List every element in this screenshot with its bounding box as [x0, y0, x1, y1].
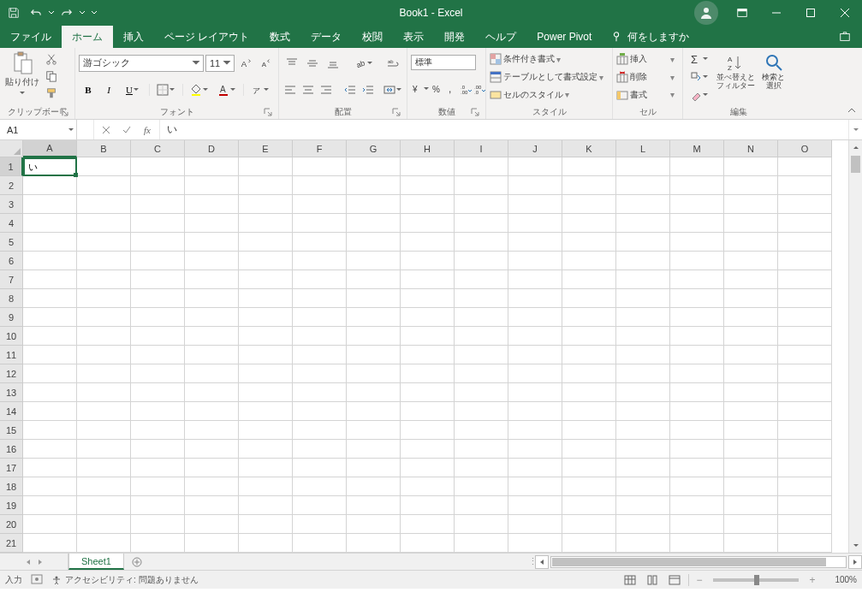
cell[interactable] [508, 383, 562, 402]
cell[interactable] [724, 195, 778, 214]
cell[interactable] [724, 346, 778, 364]
cell[interactable] [455, 496, 508, 515]
cell[interactable] [616, 534, 670, 553]
zoom-slider[interactable] [713, 578, 799, 582]
cell[interactable] [185, 364, 239, 383]
cell[interactable] [724, 214, 778, 233]
merge-button[interactable] [382, 80, 404, 99]
decrease-decimal-button[interactable]: .00.0 [474, 80, 486, 98]
cell[interactable] [185, 346, 239, 364]
cell[interactable] [239, 364, 293, 383]
fill-button[interactable] [687, 69, 712, 86]
cell[interactable] [778, 402, 832, 421]
font-launcher[interactable] [263, 108, 273, 118]
cell[interactable] [670, 440, 724, 459]
name-box[interactable]: A1 [0, 120, 77, 139]
cell[interactable] [77, 289, 131, 308]
row-header-3[interactable]: 3 [0, 195, 23, 214]
cell[interactable] [185, 214, 239, 233]
cell[interactable] [401, 289, 455, 308]
cell[interactable] [455, 270, 508, 289]
align-right-button[interactable] [318, 80, 335, 99]
cell[interactable] [185, 515, 239, 534]
cell[interactable] [401, 157, 455, 176]
cell[interactable] [724, 515, 778, 534]
cell[interactable] [616, 252, 670, 270]
cell[interactable] [455, 515, 508, 534]
cell[interactable] [401, 496, 455, 515]
cell[interactable] [508, 515, 562, 534]
cell[interactable] [562, 402, 616, 421]
cell[interactable] [347, 477, 401, 496]
comma-button[interactable]: , [445, 80, 457, 98]
cell[interactable] [23, 440, 77, 459]
phonetic-button[interactable]: ア [247, 80, 273, 99]
row-header-6[interactable]: 6 [0, 252, 23, 270]
cell[interactable] [401, 176, 455, 195]
cell[interactable] [508, 252, 562, 270]
cell[interactable] [616, 289, 670, 308]
cell[interactable] [347, 346, 401, 364]
cell[interactable] [23, 252, 77, 270]
normal-view-button[interactable] [621, 573, 639, 587]
tab-formulas[interactable]: 数式 [259, 26, 300, 48]
tell-me-search[interactable]: 何をしますか [602, 26, 698, 48]
cell[interactable] [455, 308, 508, 327]
horizontal-scrollbar[interactable] [550, 556, 847, 568]
row-header-16[interactable]: 16 [0, 440, 23, 459]
cell[interactable] [23, 534, 77, 553]
cell[interactable] [239, 252, 293, 270]
bold-button[interactable]: B [79, 80, 98, 99]
cell[interactable] [401, 233, 455, 252]
number-format-combo[interactable]: 標準 [411, 55, 476, 70]
cell[interactable] [508, 289, 562, 308]
column-header-E[interactable]: E [239, 140, 293, 157]
cell[interactable] [131, 440, 185, 459]
cell[interactable] [778, 270, 832, 289]
cell[interactable] [185, 534, 239, 553]
cell[interactable] [455, 421, 508, 440]
copy-button[interactable] [43, 68, 60, 84]
orientation-button[interactable]: ab [351, 54, 377, 73]
share-button[interactable] [828, 26, 862, 48]
cell[interactable] [23, 233, 77, 252]
undo-dropdown[interactable] [48, 8, 55, 18]
cell[interactable] [185, 421, 239, 440]
cell[interactable] [562, 195, 616, 214]
cell[interactable] [508, 195, 562, 214]
column-header-A[interactable]: A [23, 140, 77, 157]
cell[interactable] [131, 515, 185, 534]
cell[interactable] [293, 195, 347, 214]
scroll-right-button[interactable] [848, 555, 862, 569]
cell[interactable] [562, 252, 616, 270]
cell[interactable] [347, 402, 401, 421]
cancel-edit-button[interactable] [98, 121, 115, 139]
cell[interactable] [239, 421, 293, 440]
cell[interactable] [401, 327, 455, 346]
split-handle[interactable]: ⋮ [528, 556, 535, 567]
cell[interactable] [185, 233, 239, 252]
formula-bar-input[interactable] [160, 120, 848, 139]
cell[interactable] [508, 327, 562, 346]
row-header-15[interactable]: 15 [0, 421, 23, 440]
cell[interactable] [293, 176, 347, 195]
cell[interactable] [77, 233, 131, 252]
cell[interactable] [508, 421, 562, 440]
align-left-button[interactable] [282, 80, 299, 99]
cell[interactable] [185, 195, 239, 214]
cell[interactable] [185, 477, 239, 496]
cell[interactable] [77, 214, 131, 233]
cell[interactable] [239, 195, 293, 214]
cell[interactable] [401, 515, 455, 534]
cell[interactable] [724, 176, 778, 195]
row-header-19[interactable]: 19 [0, 496, 23, 515]
sheet-nav-next[interactable] [37, 557, 44, 567]
cell[interactable] [23, 327, 77, 346]
cell[interactable] [670, 176, 724, 195]
cell[interactable] [616, 402, 670, 421]
row-header-7[interactable]: 7 [0, 270, 23, 289]
macro-record-icon[interactable] [31, 574, 43, 586]
cell[interactable] [455, 176, 508, 195]
cell[interactable] [77, 534, 131, 553]
cell[interactable] [293, 440, 347, 459]
